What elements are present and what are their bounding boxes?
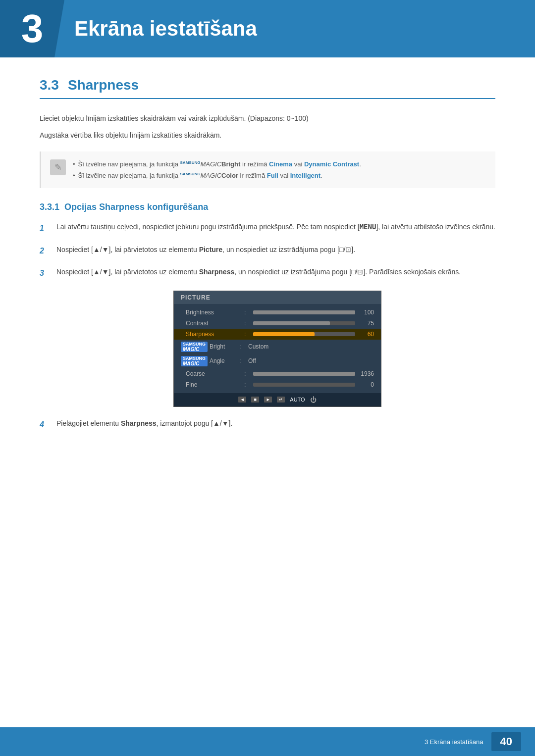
menu-value-brightness: 100 bbox=[359, 309, 374, 316]
pencil-icon: ✎ bbox=[54, 162, 62, 173]
step-1: 1 Lai atvērtu taustiņu ceļvedi, nospiedi… bbox=[40, 221, 495, 235]
menu-row-brightness: Brightness : 100 bbox=[174, 307, 381, 318]
note-box: ✎ Šī izvēlne nav pieejama, ja funkcija S… bbox=[40, 151, 495, 189]
footer-text: 3 Ekrāna iestatīšana bbox=[425, 738, 483, 746]
menu-value-fine: 0 bbox=[359, 381, 374, 388]
btn-down: ■ bbox=[251, 397, 259, 403]
picture-menu-container: PICTURE Brightness : 100 bbox=[59, 291, 495, 407]
note-line-2: Šī izvēlne nav pieejama, ja funkcija SAM… bbox=[73, 170, 486, 181]
menu-value-contrast: 75 bbox=[359, 320, 374, 327]
menu-bar-fine bbox=[253, 383, 355, 387]
step-2-number: 2 bbox=[40, 244, 50, 257]
menu-row-coarse: Coarse : 1936 bbox=[174, 368, 381, 379]
step-2-text: Nospiediet [▲/▼], lai pārvietotos uz ele… bbox=[56, 244, 355, 256]
page-header: 3 Ekrāna iestatīšana bbox=[0, 0, 535, 57]
subsection-name: Opcijas Sharpness konfigurēšana bbox=[64, 202, 208, 212]
chapter-title-block: Ekrāna iestatīšana bbox=[54, 0, 535, 57]
step-1-text: Lai atvērtu taustiņu ceļvedi, nospiediet… bbox=[56, 221, 495, 233]
menu-row-fine: Fine : 0 bbox=[174, 379, 381, 390]
btn-power: ⏻ bbox=[310, 396, 317, 403]
menu-row-sharpness: Sharpness : 60 bbox=[174, 329, 381, 340]
chapter-number-block: 3 bbox=[0, 0, 59, 57]
step-4-number: 4 bbox=[40, 418, 50, 431]
step-3: 3 Nospiediet [▲/▼], lai pārvietotos uz e… bbox=[40, 266, 495, 280]
note-content: Šī izvēlne nav pieejama, ja funkcija SAM… bbox=[73, 158, 486, 182]
menu-label-coarse: Coarse bbox=[186, 370, 240, 377]
btn-down-icon: ■ bbox=[251, 397, 259, 403]
btn-right-icon: ► bbox=[264, 397, 272, 403]
menu-row-magic-bright: SAMSUNGMAGIC Bright : Custom bbox=[174, 340, 381, 354]
magic-angle-icon: SAMSUNGMAGIC bbox=[181, 356, 208, 366]
menu-bar-sharpness bbox=[253, 332, 355, 336]
step-2: 2 Nospiediet [▲/▼], lai pārvietotos uz e… bbox=[40, 244, 495, 257]
chapter-number: 3 bbox=[21, 9, 44, 49]
menu-value-magic-angle: Off bbox=[248, 357, 256, 364]
subsection-title: 3.3.1Opcijas Sharpness konfigurēšana bbox=[40, 202, 495, 212]
menu-label-magic-bright: SAMSUNGMAGIC Bright bbox=[181, 342, 235, 352]
picture-menu-screenshot-item: PICTURE Brightness : 100 bbox=[40, 291, 495, 407]
step-3-text: Nospiediet [▲/▼], lai pārvietotos uz ele… bbox=[56, 266, 461, 278]
menu-bar-contrast bbox=[253, 321, 355, 325]
btn-auto: AUTO bbox=[290, 397, 305, 403]
section-name: Sharpness bbox=[68, 77, 139, 93]
menu-label-brightness: Brightness bbox=[186, 309, 240, 316]
btn-enter-icon: ↵ bbox=[277, 397, 285, 403]
magic-bright-icon: SAMSUNGMAGIC bbox=[181, 342, 208, 352]
menu-label-sharpness: Sharpness bbox=[186, 331, 240, 338]
menu-bar-fill-contrast bbox=[253, 321, 330, 325]
btn-right: ► bbox=[264, 397, 272, 403]
section-number: 3.3 bbox=[40, 77, 59, 93]
menu-row-contrast: Contrast : 75 bbox=[174, 318, 381, 329]
picture-menu-header: PICTURE bbox=[174, 291, 381, 304]
menu-value-sharpness: 60 bbox=[359, 331, 374, 338]
subsection-number: 3.3.1 bbox=[40, 202, 59, 212]
menu-label-fine: Fine bbox=[186, 381, 240, 388]
btn-left: ◄ bbox=[238, 397, 246, 403]
menu-label-magic-angle: SAMSUNGMAGIC Angle bbox=[181, 356, 235, 366]
menu-value-coarse: 1936 bbox=[359, 370, 374, 377]
note-icon: ✎ bbox=[50, 159, 66, 175]
steps-list: 1 Lai atvērtu taustiņu ceļvedi, nospiedi… bbox=[40, 221, 495, 431]
menu-bottom-bar: ◄ ■ ► ↵ AUTO ⏻ bbox=[174, 393, 381, 406]
note-line-1: Šī izvēlne nav pieejama, ja funkcija SAM… bbox=[73, 158, 486, 170]
menu-bar-fill-sharpness bbox=[253, 332, 315, 336]
power-icon: ⏻ bbox=[310, 396, 317, 403]
picture-menu-body: Brightness : 100 Contrast : bbox=[174, 304, 381, 393]
btn-enter: ↵ bbox=[277, 397, 285, 403]
menu-row-magic-angle: SAMSUNGMAGIC Angle : Off bbox=[174, 354, 381, 368]
step-3-number: 3 bbox=[40, 266, 50, 280]
main-content: 3.3 Sharpness Lieciet objektu līnijām iz… bbox=[0, 57, 535, 480]
step-4-text: Pielāgojiet elementu Sharpness, izmantoj… bbox=[56, 418, 232, 430]
menu-bar-fill-brightness bbox=[253, 310, 355, 314]
page-footer: 3 Ekrāna iestatīšana 40 bbox=[0, 727, 535, 756]
step-4: 4 Pielāgojiet elementu Sharpness, izmant… bbox=[40, 418, 495, 431]
menu-bar-brightness bbox=[253, 310, 355, 314]
picture-menu: PICTURE Brightness : 100 bbox=[173, 291, 381, 407]
menu-bar-fill-coarse bbox=[253, 372, 355, 376]
step-1-number: 1 bbox=[40, 221, 50, 235]
description-1: Lieciet objektu līnijām izskatīties skai… bbox=[40, 113, 495, 125]
chapter-title: Ekrāna iestatīšana bbox=[74, 17, 257, 41]
menu-bar-coarse bbox=[253, 372, 355, 376]
btn-left-icon: ◄ bbox=[238, 397, 246, 403]
menu-label-contrast: Contrast bbox=[186, 320, 240, 327]
footer-page-number: 40 bbox=[491, 732, 521, 751]
menu-value-magic-bright: Custom bbox=[248, 343, 268, 350]
section-title: 3.3 Sharpness bbox=[40, 77, 495, 99]
description-2: Augstāka vērtība liks objektu līnijām iz… bbox=[40, 130, 495, 142]
